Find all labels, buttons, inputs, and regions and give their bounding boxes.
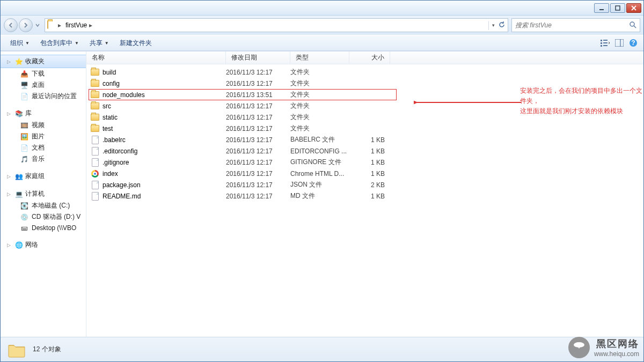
include-library-button[interactable]: 包含到库中▼ [36,37,83,49]
folder-icon [91,91,99,98]
col-date[interactable]: 修改日期 [226,51,290,64]
libraries-icon: 📚 [14,109,23,118]
file-size: 1 KB [349,159,390,166]
file-date: 2016/11/3 12:17 [226,136,290,144]
navbar: ▸ firstVue ▸ ▾ [1,16,643,35]
collapse-icon: ▷ [7,111,12,116]
chevron-right-icon[interactable]: ▸ [89,21,94,29]
chevron-down-icon: ▼ [25,41,30,46]
forward-button[interactable] [19,18,33,32]
documents-icon: 📄 [20,144,28,152]
network-label: 网络 [25,240,38,249]
computer-header[interactable]: ▷💻计算机 [1,188,86,200]
file-type: Chrome HTML D... [290,170,349,178]
file-name: build [103,69,116,76]
favorites-header[interactable]: ▷⭐收藏夹 [1,55,86,68]
file-date: 2016/11/3 12:17 [226,114,290,121]
file-row[interactable]: README.md2016/11/3 12:17MD 文件1 KB [86,190,643,202]
annotation-line1: 安装完之后，会在我们的项目中多出一个文件夹， [520,86,643,106]
file-list: build2016/11/3 12:17文件夹config2016/11/3 1… [86,64,643,337]
file-type: 文件夹 [290,90,349,99]
maximize-button[interactable] [610,3,625,13]
file-name: .gitignore [103,159,129,166]
sidebar-item[interactable]: 📥下载 [1,68,86,79]
folder-icon [91,102,99,109]
organize-button[interactable]: 组织▼ [6,37,34,49]
nav-pane: ▷⭐收藏夹 📥下载🖥️桌面📄最近访问的位置 ▷📚库 🎞️视频🖼️图片📄文档🎵音乐… [1,51,86,337]
file-row[interactable]: package.json2016/11/3 12:17JSON 文件2 KB [86,179,643,190]
file-name: .editorconfig [103,147,137,155]
file-row[interactable]: node_modules2016/11/3 13:51文件夹 [89,89,397,100]
file-row[interactable]: .gitignore2016/11/3 12:17GITIGNORE 文件1 K… [86,157,643,168]
chevron-right-icon[interactable]: ▸ [58,21,63,29]
close-button[interactable] [626,3,641,13]
preview-pane-button[interactable] [614,38,624,48]
svg-text:?: ? [631,39,635,47]
watermark-cn: 黑区网络 [594,337,639,350]
libraries-header[interactable]: ▷📚库 [1,107,86,120]
file-date: 2016/11/3 12:17 [226,193,290,200]
sidebar-item[interactable]: 🖥️桌面 [1,79,86,91]
back-button[interactable] [4,18,18,32]
sidebar-item-label: 图片 [32,132,45,141]
file-date: 2016/11/3 12:17 [226,125,290,132]
col-type[interactable]: 类型 [290,51,349,64]
sidebar-item-label: 本地磁盘 (C:) [32,201,70,210]
sidebar-item[interactable]: 💿CD 驱动器 (D:) V [1,211,86,223]
col-size[interactable]: 大小 [349,51,390,64]
file-type: MD 文件 [290,191,349,201]
file-row[interactable]: index2016/11/3 12:17Chrome HTML D...1 KB [86,168,643,179]
svg-line-5 [634,26,636,28]
file-date: 2016/11/3 12:17 [226,147,290,155]
collapse-icon: ▷ [7,59,12,64]
sidebar-item[interactable]: 📄最近访问的位置 [1,91,86,102]
address-bar[interactable]: ▸ firstVue ▸ ▾ [45,18,508,32]
annotation-text: 安装完之后，会在我们的项目中多出一个文件夹， 这里面就是我们刚才安装的依赖模块 [520,86,643,117]
history-dropdown[interactable] [34,18,41,32]
sidebar-item[interactable]: 🖴Desktop (\\VBO [1,223,86,233]
video-icon: 🎞️ [20,121,28,130]
file-type: 文件夹 [290,68,349,77]
file-row[interactable]: .babelrc2016/11/3 12:17BABELRC 文件1 KB [86,134,643,145]
collapse-icon: ▷ [7,191,12,197]
homegroup-header[interactable]: ▷👥家庭组 [1,170,86,182]
refresh-icon[interactable] [498,21,506,30]
sidebar-item-label: CD 驱动器 (D:) V [32,212,80,221]
svg-rect-6 [601,40,602,41]
file-size: 1 KB [349,193,390,200]
file-row[interactable]: .editorconfig2016/11/3 12:17EDITORCONFIG… [86,145,643,157]
computer-label: 计算机 [25,189,45,198]
file-name: config [103,80,120,87]
chevron-down-icon[interactable]: ▾ [492,23,495,28]
file-name: README.md [103,193,141,200]
sidebar-item[interactable]: 🎵音乐 [1,153,86,165]
share-button[interactable]: 共享▼ [85,37,113,49]
folder-icon [7,340,26,359]
search-box[interactable] [511,18,640,32]
network-header[interactable]: ▷🌐网络 [1,239,86,251]
sidebar-item[interactable]: 💽本地磁盘 (C:) [1,200,86,211]
music-icon: 🎵 [20,155,28,164]
computer-icon: 💻 [14,190,23,198]
folder-icon [91,80,99,87]
file-date: 2016/11/3 12:17 [226,159,290,166]
sidebar-item[interactable]: 🖼️图片 [1,131,86,142]
new-folder-label: 新建文件夹 [120,39,152,48]
col-name[interactable]: 名称 [86,51,226,64]
file-name: src [103,102,111,110]
file-icon [92,181,99,189]
address-segment[interactable]: firstVue [65,21,87,29]
new-folder-button[interactable]: 新建文件夹 [115,37,156,49]
search-input[interactable] [515,21,627,29]
file-row[interactable]: build2016/11/3 12:17文件夹 [86,67,643,78]
minimize-button[interactable] [594,3,609,13]
sidebar-item[interactable]: 🎞️视频 [1,120,86,131]
svg-rect-7 [601,42,602,44]
file-row[interactable]: test2016/11/3 12:17文件夹 [86,123,643,134]
sidebar-item[interactable]: 📄文档 [1,142,86,153]
view-options-button[interactable] [601,38,610,48]
search-icon[interactable] [629,21,636,30]
file-name: index [103,170,118,178]
drive-icon: 💽 [20,202,28,210]
help-button[interactable]: ? [628,38,638,48]
